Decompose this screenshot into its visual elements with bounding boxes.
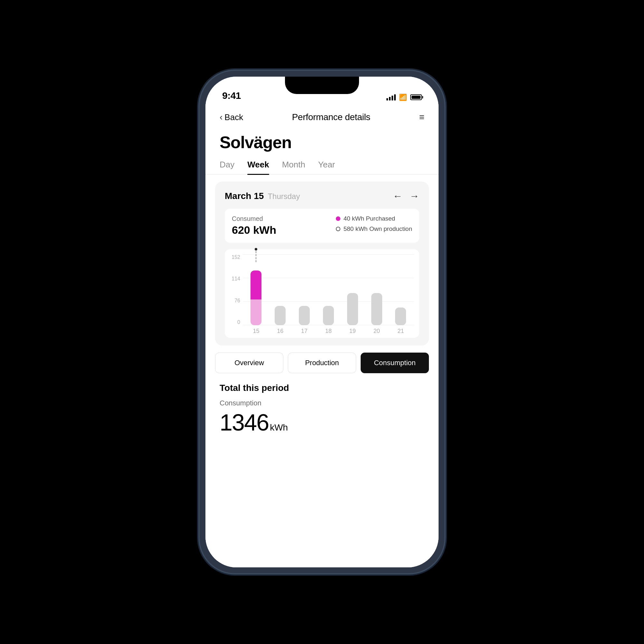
- bar-18: [323, 261, 334, 325]
- tab-year[interactable]: Year: [318, 155, 335, 174]
- stats-row: Consumed 620 kWh 40 kWh Purchased 580 kW…: [225, 209, 419, 243]
- total-section: Total this period Consumption 1346 kWh: [205, 375, 439, 443]
- total-consumption-label: Consumption: [220, 399, 424, 407]
- consumed-value: 620 kWh: [232, 224, 276, 236]
- notch: [285, 77, 359, 94]
- chart-date-main: March 15: [225, 191, 264, 201]
- total-value: 1346 kWh: [220, 409, 424, 436]
- chevron-left-icon: ‹: [220, 112, 223, 122]
- view-tabs: Overview Production Consumption: [205, 353, 439, 373]
- legend-own-label: 580 kWh Own production: [344, 225, 412, 232]
- x-label-15: 15: [251, 328, 261, 335]
- nav-bar: ‹ Back Performance details ≡: [205, 106, 439, 128]
- chart-section: March 15 Thursday ← → Consumed 620 kWh: [215, 182, 429, 346]
- total-title: Total this period: [220, 383, 424, 393]
- status-time: 9:41: [222, 90, 241, 101]
- consumed-label: Consumed: [232, 215, 276, 223]
- wifi-icon: 📶: [399, 93, 407, 101]
- bar-wrapper-15: [251, 261, 261, 325]
- app-content: ‹ Back Performance details ≡ Solvägen Da…: [205, 106, 439, 567]
- phone-inner: 9:41 📶 ‹ Back Performance details: [205, 77, 439, 567]
- nav-title: Performance details: [292, 112, 370, 122]
- bars-row: [243, 254, 414, 325]
- own-dot-icon: [336, 227, 340, 231]
- x-label-17: 17: [299, 328, 310, 335]
- view-tab-consumption[interactable]: Consumption: [361, 353, 429, 373]
- consumed-block: Consumed 620 kWh: [232, 215, 276, 236]
- chart-date: March 15 Thursday: [225, 191, 300, 201]
- bar-15: [251, 261, 261, 325]
- filter-icon[interactable]: ≡: [419, 112, 424, 122]
- y-label-114: 114: [232, 276, 240, 282]
- tab-week[interactable]: Week: [247, 155, 269, 174]
- x-label-18: 18: [323, 328, 334, 335]
- legend-item-purchased: 40 kWh Purchased: [336, 215, 395, 222]
- chart-legend: 40 kWh Purchased 580 kWh Own production: [336, 215, 412, 232]
- chart-header: March 15 Thursday ← →: [225, 191, 419, 202]
- bar-17: [299, 261, 310, 325]
- period-tabs: Day Week Month Year: [205, 155, 439, 175]
- total-unit: kWh: [270, 422, 288, 433]
- bar-21: [395, 261, 406, 325]
- page-title: Solvägen: [220, 133, 424, 152]
- page-title-section: Solvägen: [205, 128, 439, 155]
- bar-wrapper-19: [347, 261, 358, 325]
- battery-fill: [412, 96, 421, 99]
- back-label: Back: [224, 112, 243, 122]
- bar-wrapper-18: [323, 261, 334, 325]
- legend-purchased-label: 40 kWh Purchased: [344, 215, 395, 222]
- x-label-19: 19: [347, 328, 358, 335]
- purchased-dot-icon: [336, 216, 340, 221]
- chart-date-sub: Thursday: [268, 192, 300, 201]
- total-number: 1346: [220, 409, 269, 436]
- legend-item-own: 580 kWh Own production: [336, 225, 412, 232]
- y-label-0: 0: [237, 319, 240, 325]
- tab-month[interactable]: Month: [282, 155, 305, 174]
- chart-next-button[interactable]: →: [410, 191, 419, 202]
- signal-bars-icon: [386, 94, 396, 100]
- bar-wrapper-21: [395, 261, 406, 325]
- bar-chart: 152 114 76 0: [225, 249, 419, 338]
- y-label-76: 76: [234, 298, 240, 304]
- bar-wrapper-20: [371, 261, 382, 325]
- x-labels: 15 16 17 18 19 20 21: [243, 328, 414, 335]
- bar-16: [275, 261, 286, 325]
- tab-day[interactable]: Day: [220, 155, 234, 174]
- battery-icon: [410, 94, 422, 100]
- x-label-21: 21: [395, 328, 406, 335]
- bar-19: [347, 261, 358, 325]
- x-label-20: 20: [371, 328, 382, 335]
- y-label-152: 152: [232, 254, 240, 260]
- bar-wrapper-16: [275, 261, 286, 325]
- chart-nav: ← →: [393, 191, 419, 202]
- bar-wrapper-17: [299, 261, 310, 325]
- x-label-16: 16: [275, 328, 286, 335]
- status-icons: 📶: [386, 93, 422, 101]
- view-tab-production[interactable]: Production: [288, 353, 356, 373]
- phone-shell: 9:41 📶 ‹ Back Performance details: [200, 71, 444, 573]
- view-tab-overview[interactable]: Overview: [215, 353, 283, 373]
- status-bar: 9:41 📶: [205, 77, 439, 106]
- back-button[interactable]: ‹ Back: [220, 112, 243, 122]
- bar-20: [371, 261, 382, 325]
- chart-prev-button[interactable]: ←: [393, 191, 403, 202]
